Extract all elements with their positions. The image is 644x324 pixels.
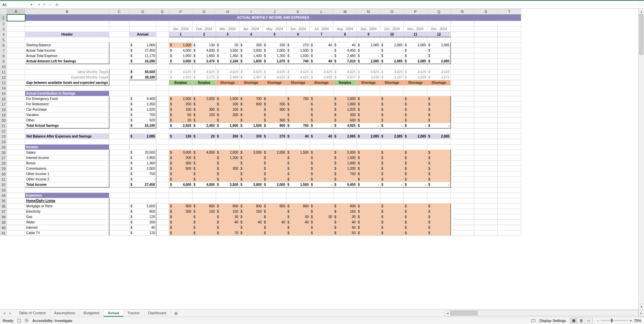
accept-formula-icon: ✓ bbox=[48, 2, 52, 7]
row-header-23[interactable]: 23 bbox=[0, 134, 7, 139]
scroll-down-icon[interactable]: ▾ bbox=[639, 304, 644, 309]
row-header-33[interactable]: 33 bbox=[0, 187, 7, 193]
col-header-L[interactable]: L bbox=[310, 9, 333, 14]
col-header-K[interactable]: K bbox=[286, 9, 310, 14]
col-header-I[interactable]: I bbox=[239, 9, 263, 14]
scroll-left-icon[interactable]: ◂ bbox=[445, 310, 450, 316]
row-header-37[interactable]: 37 bbox=[0, 209, 7, 214]
sheet-tab-dashboard[interactable]: Dashboard bbox=[144, 310, 171, 317]
col-header-G[interactable]: G bbox=[192, 9, 216, 14]
row-header-40[interactable]: 40 bbox=[0, 225, 7, 230]
row-header-34[interactable]: 34 bbox=[0, 193, 7, 198]
row-header-28[interactable]: 28 bbox=[0, 161, 7, 166]
view-page-break-icon[interactable]: ▭ bbox=[585, 318, 592, 323]
row-header-17[interactable]: 17 bbox=[0, 102, 7, 107]
row-header-9[interactable]: 9 bbox=[0, 59, 7, 64]
scroll-up-icon[interactable]: ▴ bbox=[639, 9, 644, 14]
vertical-scrollbar[interactable]: ▴ ▾ bbox=[638, 9, 644, 309]
hscroll-thumb[interactable] bbox=[451, 311, 478, 315]
zoom-level[interactable]: 75% bbox=[634, 319, 641, 323]
row-header-36[interactable]: 36 bbox=[0, 204, 7, 209]
tab-nav-first-icon[interactable]: ◂ bbox=[2, 311, 7, 315]
col-header-A[interactable]: A bbox=[7, 9, 25, 14]
col-header-E[interactable]: E bbox=[156, 9, 169, 14]
col-header-H[interactable]: H bbox=[216, 9, 239, 14]
row-header-3[interactable]: 3 bbox=[0, 26, 7, 32]
sheet-tab-table-of-content[interactable]: Table of Content bbox=[15, 310, 50, 317]
row-header-27[interactable]: 27 bbox=[0, 155, 7, 161]
col-header-J[interactable]: J bbox=[263, 9, 286, 14]
row-header-16[interactable]: 16 bbox=[0, 96, 7, 102]
col-header-N[interactable]: N bbox=[357, 9, 380, 14]
zoom-slider[interactable] bbox=[601, 320, 628, 321]
row-header-31[interactable]: 31 bbox=[0, 177, 7, 182]
scroll-right-icon[interactable]: ▸ bbox=[638, 310, 644, 316]
col-header-F[interactable]: F bbox=[169, 9, 192, 14]
row-header-11[interactable]: 11 bbox=[0, 69, 7, 75]
view-page-layout-icon[interactable]: ▥ bbox=[578, 318, 585, 323]
row-header-15[interactable]: 15 bbox=[0, 91, 7, 96]
col-header-P[interactable]: P bbox=[404, 9, 427, 14]
row-header-12[interactable]: 12 bbox=[0, 75, 7, 80]
col-header-D[interactable]: D bbox=[129, 9, 156, 14]
row-header-20[interactable]: 20 bbox=[0, 118, 7, 123]
row-header-26[interactable]: 26 bbox=[0, 150, 7, 155]
formula-input[interactable] bbox=[61, 1, 639, 8]
row-header-30[interactable]: 30 bbox=[0, 171, 7, 177]
sheet-tabs-bar: ◂ ▸ Table of ContentAssumptionsBudgetedA… bbox=[0, 309, 644, 317]
row-header-2[interactable]: 2 bbox=[0, 21, 7, 26]
view-normal-icon[interactable]: ▦ bbox=[570, 318, 578, 323]
row-header-39[interactable]: 39 bbox=[0, 220, 7, 225]
accessibility-status[interactable]: Accessibility: Investigate bbox=[33, 319, 72, 323]
display-settings-icon[interactable] bbox=[531, 319, 535, 322]
col-header-S[interactable]: S bbox=[474, 9, 497, 14]
row-header-14[interactable]: 14 bbox=[0, 86, 7, 91]
view-buttons: ▦ ▥ ▭ bbox=[570, 318, 593, 324]
tab-nav-prev-icon[interactable]: ▸ bbox=[8, 311, 13, 315]
row-header-8[interactable]: 8 bbox=[0, 53, 7, 59]
row-header-22[interactable]: 22 bbox=[0, 128, 7, 134]
sheet-tab-actual[interactable]: Actual bbox=[104, 310, 123, 317]
sheet-tab-budgeted[interactable]: Budgeted bbox=[79, 310, 104, 317]
row-header-10[interactable]: 10 bbox=[0, 64, 7, 69]
row-header-5[interactable]: 5 bbox=[0, 37, 7, 43]
fx-icon[interactable]: fx bbox=[56, 3, 59, 7]
row-header-1[interactable]: 1 bbox=[0, 14, 7, 21]
row-header-35[interactable]: 35 bbox=[0, 198, 7, 204]
row-header-41[interactable]: 41 bbox=[0, 230, 7, 236]
sheet-tab-tracker[interactable]: Tracker bbox=[123, 310, 144, 317]
spreadsheet-grid[interactable]: ABCDEFGHIJKLMNOPQRST1ACTUAL MONTHLY INCO… bbox=[0, 9, 638, 309]
sheet-tab-assumptions[interactable]: Assumptions bbox=[50, 310, 79, 317]
row-header-24[interactable]: 24 bbox=[0, 139, 7, 145]
row-header-29[interactable]: 29 bbox=[0, 166, 7, 171]
formula-expand-icon[interactable]: ⌄ bbox=[639, 3, 644, 6]
formula-dropdown-icon[interactable]: ▾ bbox=[38, 2, 40, 7]
chevron-down-icon[interactable]: ▾ bbox=[31, 2, 33, 7]
col-header-M[interactable]: M bbox=[333, 9, 357, 14]
zoom-out-button[interactable]: − bbox=[597, 319, 599, 323]
row-header-4[interactable]: 4 bbox=[0, 32, 7, 37]
row-header-6[interactable]: 6 bbox=[0, 43, 7, 48]
row-header-13[interactable]: 13 bbox=[0, 80, 7, 86]
col-header-O[interactable]: O bbox=[380, 9, 404, 14]
row-header-18[interactable]: 18 bbox=[0, 107, 7, 112]
row-header-19[interactable]: 19 bbox=[0, 112, 7, 118]
col-header-R[interactable]: R bbox=[450, 9, 474, 14]
record-macro-icon[interactable] bbox=[17, 319, 21, 322]
add-sheet-button[interactable]: ⊕ bbox=[171, 310, 181, 317]
row-header-25[interactable]: 25 bbox=[0, 145, 7, 150]
row-header-7[interactable]: 7 bbox=[0, 48, 7, 53]
zoom-in-button[interactable]: + bbox=[630, 319, 632, 323]
col-header-T[interactable]: T bbox=[497, 9, 521, 14]
col-header-Q[interactable]: Q bbox=[427, 9, 450, 14]
row-header-21[interactable]: 21 bbox=[0, 123, 7, 128]
horizontal-scrollbar[interactable]: ◂ ▸ bbox=[445, 310, 644, 316]
col-header-C[interactable]: C bbox=[109, 9, 129, 14]
scroll-thumb[interactable] bbox=[639, 14, 643, 55]
name-box[interactable]: A1 ▾ bbox=[1, 1, 34, 8]
display-settings-label[interactable]: Display Settings bbox=[539, 319, 566, 323]
row-header-32[interactable]: 32 bbox=[0, 182, 7, 187]
col-header-B[interactable]: B bbox=[25, 9, 109, 14]
row-header-38[interactable]: 38 bbox=[0, 214, 7, 220]
accessibility-icon[interactable]: ✎ bbox=[25, 319, 29, 322]
